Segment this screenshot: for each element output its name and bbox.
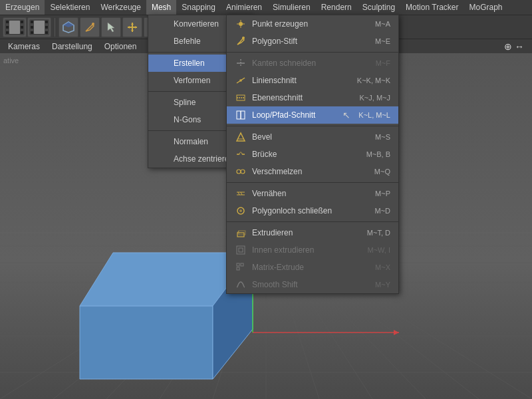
item-polygon-stift[interactable]: Polygon-Stift M~E (227, 33, 398, 50)
svg-rect-2 (6, 26, 9, 29)
item-smooth-shift: Smooth Shift M~Y (227, 276, 398, 293)
innen-extrude-icon (235, 244, 247, 256)
svg-rect-4 (21, 21, 23, 23)
menu-simulieren[interactable]: Simulieren (267, 0, 316, 15)
svg-rect-98 (241, 263, 243, 266)
bevel-icon (235, 131, 247, 143)
verformen-icon (156, 74, 168, 86)
loop-icon (235, 109, 247, 121)
svg-rect-10 (31, 26, 33, 29)
svg-rect-93 (239, 231, 245, 235)
menu-erzeugen[interactable]: Erzeugen (0, 0, 45, 15)
befehle-icon (156, 35, 168, 47)
svg-line-89 (241, 192, 242, 195)
erstellen-submenu: Punkt erzeugen M~A Polygon-Stift M~E Kan… (226, 15, 399, 294)
item-extrudieren[interactable]: Extrudieren M~T, D (227, 224, 398, 241)
toolbar-filmstrip[interactable] (3, 17, 27, 37)
svg-point-75 (239, 79, 242, 82)
item-bruecke[interactable]: Brücke M~B, B (227, 146, 398, 163)
kanten-icon (235, 57, 247, 69)
sub-sep2 (227, 126, 398, 126)
menu-motion-tracker[interactable]: Motion Tracker (400, 0, 464, 15)
bruecke-icon (235, 148, 247, 160)
poly-stift-icon (235, 35, 247, 47)
vernaehen-icon (235, 188, 247, 200)
item-punkt-erzeugen[interactable]: Punkt erzeugen M~A (227, 15, 398, 33)
svg-rect-14 (45, 31, 48, 34)
coord-display: ⊕ ↔ (504, 41, 529, 52)
item-kanten-schneiden: Kanten schneiden M~F (227, 55, 398, 72)
svg-marker-21 (131, 30, 134, 32)
item-verschmelzen[interactable]: Verschmelzen M~Q (227, 163, 398, 180)
svg-marker-23 (135, 26, 137, 29)
extrude-icon (235, 227, 247, 239)
menu-mesh[interactable]: Mesh (146, 0, 176, 15)
svg-marker-19 (108, 23, 114, 32)
ngons-icon (156, 114, 168, 126)
toolbar-sep1 (55, 18, 55, 37)
svg-rect-6 (21, 31, 23, 34)
menu-animieren[interactable]: Animieren (221, 0, 267, 15)
menu-rendern[interactable]: Rendern (316, 0, 357, 15)
svg-point-71 (242, 37, 245, 39)
menu-selektieren[interactable]: Selektieren (45, 0, 95, 15)
optionen-menu[interactable]: Optionen (99, 41, 142, 53)
item-linienschnitt[interactable]: Linienschnitt K~K, M~K (227, 72, 398, 89)
konvertieren-icon (156, 18, 168, 30)
cameras-menu[interactable]: Kameras (3, 41, 45, 53)
menu-werkzeuge[interactable]: Werkzeuge (95, 0, 146, 15)
svg-rect-3 (6, 31, 9, 34)
smooth-icon (235, 279, 247, 291)
darstellung-menu[interactable]: Darstellung (47, 41, 98, 53)
matrix-icon (235, 261, 247, 273)
svg-rect-12 (45, 21, 48, 23)
punkt-icon (235, 18, 247, 30)
svg-marker-17 (63, 22, 74, 27)
polygonloch-icon (235, 205, 247, 217)
svg-marker-22 (128, 26, 130, 29)
svg-rect-13 (45, 26, 48, 29)
item-ebenenschnitt[interactable]: Ebenenschnitt K~J, M~J (227, 89, 398, 106)
sub-sep4 (227, 221, 398, 222)
item-bevel[interactable]: Bevel M~S (227, 128, 398, 146)
svg-rect-5 (21, 26, 23, 29)
sub-sep1 (227, 52, 398, 53)
svg-rect-96 (239, 248, 243, 252)
svg-rect-97 (237, 263, 239, 266)
cursor-icon: ↖ (342, 110, 350, 120)
top-menubar: Erzeugen Selektieren Werkzeuge Mesh Snap… (0, 0, 532, 15)
move-icon: ↔ (515, 41, 524, 52)
svg-rect-7 (9, 21, 20, 34)
svg-marker-59 (80, 306, 213, 379)
svg-rect-15 (34, 21, 45, 34)
ebene-icon (235, 92, 247, 104)
svg-point-66 (239, 22, 243, 26)
item-polygonloch[interactable]: Polygonloch schließen M~D (227, 202, 398, 219)
toolbar-move[interactable] (122, 17, 142, 37)
svg-rect-9 (31, 21, 33, 23)
toolbar-pen[interactable] (80, 17, 100, 37)
svg-point-84 (237, 170, 241, 174)
erstellen-icon (156, 57, 168, 69)
achse-icon (156, 153, 168, 165)
item-vernähen[interactable]: Vernähen M~P (227, 185, 398, 202)
viewport-label: ative (3, 57, 19, 65)
toolbar-cube[interactable] (59, 17, 78, 37)
toolbar-filmstrip2[interactable] (27, 17, 51, 37)
menu-snapping[interactable]: Snapping (176, 0, 221, 15)
item-loop-schnitt[interactable]: Loop/Pfad-Schnitt ↖ K~L, M~L (227, 106, 398, 124)
verschmelzen-icon (235, 166, 247, 178)
svg-point-18 (92, 23, 94, 25)
svg-marker-80 (237, 133, 245, 141)
linien-icon (235, 74, 247, 86)
svg-rect-1 (6, 21, 9, 23)
item-innen-extrudieren: Innen extrudieren M~W, I (227, 241, 398, 259)
normalen-icon (156, 136, 168, 148)
menu-sculpting[interactable]: Sculpting (357, 0, 400, 15)
toolbar-select[interactable] (101, 17, 121, 37)
svg-rect-99 (237, 267, 239, 270)
menu-mograph[interactable]: MoGraph (464, 0, 507, 15)
item-matrix-extrude: Matrix-Extrude M~X (227, 259, 398, 276)
svg-marker-20 (131, 23, 134, 25)
svg-rect-11 (31, 31, 33, 34)
